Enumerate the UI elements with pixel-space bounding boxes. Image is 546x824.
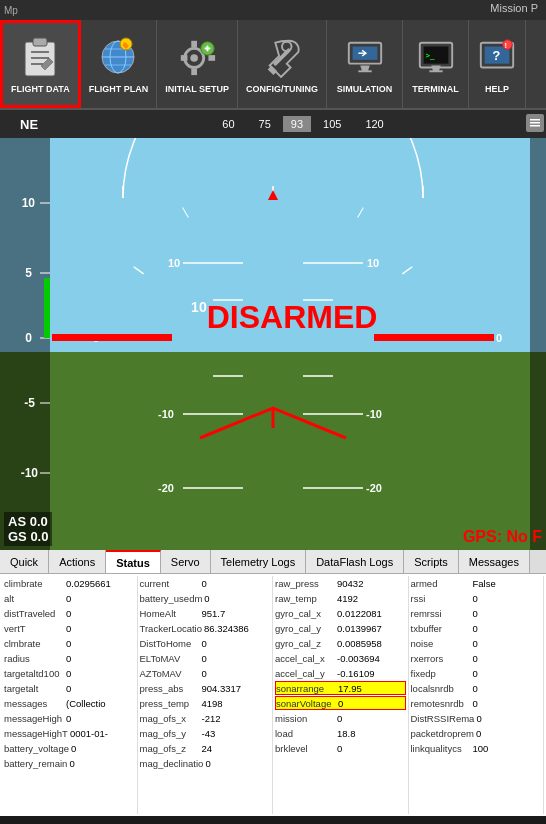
table-row: localsnrdb0 [411, 681, 542, 695]
table-row: rssi0 [411, 591, 542, 605]
tab-messages[interactable]: Messages [459, 550, 530, 573]
table-row: vertT0 [4, 621, 135, 635]
tab-quick[interactable]: Quick [0, 550, 49, 573]
status-col-1: climbrate0.0295661alt0distTraveled0vertT… [2, 576, 138, 814]
clipboard-icon [20, 35, 60, 80]
compass-settings-button[interactable] [526, 114, 544, 132]
table-row: raw_press90432 [275, 576, 406, 590]
table-row: sonarrange17.95 [275, 681, 406, 695]
table-row: noise0 [411, 636, 542, 650]
tab-scripts[interactable]: Scripts [404, 550, 459, 573]
svg-rect-78 [52, 334, 172, 341]
attitude-svg: 10 5 0 -5 -10 10 10 [0, 138, 546, 550]
status-col-4: armedFalserssi0remrssi0txbuffer0noise0rx… [409, 576, 545, 814]
table-row: rxerrors0 [411, 651, 542, 665]
tab-dataflash-logs[interactable]: DataFlash Logs [306, 550, 404, 573]
tab-actions[interactable]: Actions [49, 550, 106, 573]
table-row: press_abs904.3317 [140, 681, 271, 695]
table-row: mag_declinatio0 [140, 756, 271, 770]
tab-telemetry-logs[interactable]: Telemetry Logs [211, 550, 307, 573]
svg-rect-79 [374, 334, 494, 341]
svg-rect-38 [530, 138, 546, 550]
svg-rect-13 [191, 41, 197, 48]
table-row: mag_ofs_z24 [140, 741, 271, 755]
svg-rect-1 [33, 38, 47, 46]
tab-servo[interactable]: Servo [161, 550, 211, 573]
gps-status: GPS: No F [463, 528, 542, 546]
table-row: mission0 [275, 711, 406, 725]
table-row: linkqualitycs100 [411, 741, 542, 755]
table-row: gyro_cal_x0.0122081 [275, 606, 406, 620]
svg-text:-10: -10 [366, 408, 382, 420]
status-col-3: raw_press90432raw_temp4192gyro_cal_x0.01… [273, 576, 409, 814]
table-row: press_temp4198 [140, 696, 271, 710]
bottom-panel: Quick Actions Status Servo Telemetry Log… [0, 550, 546, 816]
compass-mark-75: 75 [247, 118, 283, 130]
svg-rect-37 [0, 138, 50, 550]
table-row: clmbrate0 [4, 636, 135, 650]
table-row: brklevel0 [275, 741, 406, 755]
nav-flight-plan[interactable]: FLIGHT PLAN [81, 20, 158, 108]
table-row: climbrate0.0295661 [4, 576, 135, 590]
nav-config-tuning[interactable]: CONFIG/TUNING [238, 20, 327, 108]
groundspeed-label: GS 0.0 [8, 529, 48, 544]
nav-terminal[interactable]: >_ TERMINAL [403, 20, 469, 108]
svg-text:-20: -20 [158, 482, 174, 494]
table-row: TrackerLocatio86.324386 [140, 621, 271, 635]
app-title: Mission P [490, 2, 538, 14]
table-row: targetalt0 [4, 681, 135, 695]
table-row: radius0 [4, 651, 135, 665]
svg-text:-10: -10 [158, 408, 174, 420]
monitor-icon [345, 35, 385, 80]
svg-line-51 [134, 264, 144, 276]
nav-initial-setup[interactable]: INITIAL SETUP [157, 20, 238, 108]
svg-text:5: 5 [25, 266, 32, 280]
svg-rect-36 [530, 125, 540, 127]
svg-text:0: 0 [496, 332, 502, 344]
tab-status[interactable]: Status [106, 550, 161, 573]
svg-rect-14 [191, 68, 197, 75]
disarmed-text: DISARMED [207, 299, 378, 335]
svg-rect-34 [530, 119, 540, 121]
table-row: HomeAlt951.7 [140, 606, 271, 620]
table-row: battery_voltage0 [4, 741, 135, 755]
status-table: climbrate0.0295661alt0distTraveled0vertT… [0, 574, 546, 816]
table-row: raw_temp4192 [275, 591, 406, 605]
airspeed-label: AS 0.0 [8, 514, 48, 529]
svg-line-54 [358, 207, 364, 218]
flight-display: NE 60 75 93 105 120 10 5 0 -5 -10 [0, 110, 546, 550]
svg-text:10: 10 [22, 196, 36, 210]
gear-plus-icon [177, 35, 217, 80]
navbar: FLIGHT DATA FLIGHT PLAN [0, 20, 546, 110]
table-row: messages(Collectio [4, 696, 135, 710]
nav-help[interactable]: ? ! HELP [469, 20, 526, 108]
table-row: battery_remain0 [4, 756, 135, 770]
table-row: distTraveled0 [4, 606, 135, 620]
compass-mark-60: 60 [210, 118, 246, 130]
table-row: load18.8 [275, 726, 406, 740]
table-row: battery_usedm0 [140, 591, 271, 605]
nav-flight-plan-label: FLIGHT PLAN [89, 84, 149, 94]
table-row: messageHighT0001-01- [4, 726, 135, 740]
status-col-2: current0battery_usedm0HomeAlt951.7Tracke… [138, 576, 274, 814]
nav-terminal-label: TERMINAL [412, 84, 459, 94]
table-row: targetaltd1000 [4, 666, 135, 680]
svg-text:10: 10 [367, 257, 379, 269]
compass-bar: NE 60 75 93 105 120 [0, 110, 546, 138]
svg-text:!: ! [505, 41, 508, 50]
svg-text:-5: -5 [24, 396, 35, 410]
mp-logo: Mp [4, 5, 18, 16]
table-row: alt0 [4, 591, 135, 605]
as-gs-display: AS 0.0 GS 0.0 [4, 512, 52, 546]
table-row: mag_ofs_y-43 [140, 726, 271, 740]
wrench-icon [262, 35, 302, 80]
nav-simulation[interactable]: SIMULATION [327, 20, 403, 108]
table-row: armedFalse [411, 576, 542, 590]
table-row: txbuffer0 [411, 621, 542, 635]
tabs-bar: Quick Actions Status Servo Telemetry Log… [0, 550, 546, 574]
nav-flight-data[interactable]: FLIGHT DATA [0, 20, 81, 108]
table-row: messageHigh0 [4, 711, 135, 725]
table-row: ELToMAV0 [140, 651, 271, 665]
svg-rect-35 [530, 122, 540, 124]
topbar: Mp Mission P [0, 0, 546, 20]
